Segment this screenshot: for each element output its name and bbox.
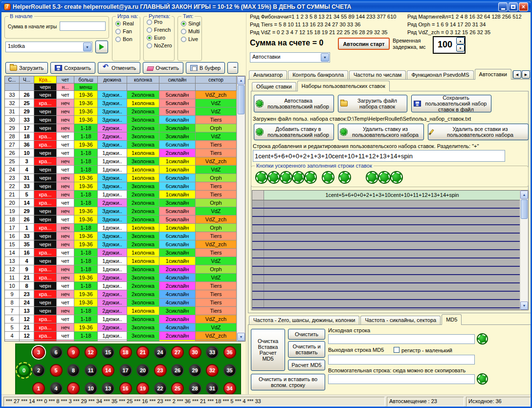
- roulette-number-17[interactable]: 17: [119, 364, 132, 377]
- main-tab-1[interactable]: Контроль банкролла: [288, 70, 348, 80]
- roulette-number-24[interactable]: 24: [154, 346, 167, 359]
- md5-calc-button[interactable]: Расчет MD5: [288, 360, 325, 370]
- md5-output-input[interactable]: [328, 355, 475, 365]
- roulette-number-30[interactable]: 30: [189, 346, 201, 359]
- radio-live[interactable]: Live: [181, 36, 201, 42]
- table-row[interactable]: 2917черннеч1-182дюжи..2колонка3сиклайнOr…: [5, 124, 245, 132]
- bet-list-scrollbar[interactable]: ▲ ▼: [520, 191, 528, 310]
- table-row[interactable]: 3033черннеч19-36Здюжи..3колонка6сиклайнT…: [5, 116, 245, 124]
- radio-singl[interactable]: Singl: [181, 21, 201, 26]
- table-row[interactable]: 1929черннеч19-36Здюжи..2колонка5сиклайнV…: [5, 207, 245, 215]
- clear-button[interactable]: Очистить: [143, 62, 183, 74]
- table-row[interactable]: 171кра...неч1-181дюжи..1колонка1сиклайнO…: [5, 224, 245, 232]
- slot-combo[interactable]: 1slotka ▼: [5, 42, 92, 52]
- roulette-number-5[interactable]: 5: [50, 364, 63, 377]
- md5-source-input[interactable]: [328, 334, 475, 344]
- table-row[interactable]: 1121кра...неч19-362дюжи..3колонка4сиклай…: [5, 274, 245, 282]
- lowercase-checkbox[interactable]: [394, 347, 399, 353]
- roulette-number-26[interactable]: 26: [171, 364, 184, 377]
- delay-down-button[interactable]: ▼: [456, 44, 465, 52]
- roulette-number-21[interactable]: 21: [136, 346, 149, 359]
- radio-bon[interactable]: Bon: [115, 36, 140, 42]
- table-row[interactable]: 412кра...чет1-181дюжи..3колонка2сиклайнV…: [5, 332, 245, 340]
- tabs-scroll-left-icon[interactable]: ◀: [513, 70, 521, 79]
- table-row[interactable]: 3326чернчет19-36Здюжи..2колонка5сиклайнV…: [5, 91, 245, 99]
- table-row[interactable]: 2233черннеч19-36Здюжи..3колонка6сиклайнT…: [5, 182, 245, 191]
- load-button[interactable]: Загрузить: [5, 62, 48, 74]
- roulette-number-22[interactable]: 22: [154, 382, 167, 395]
- roulette-number-12[interactable]: 12: [85, 346, 97, 359]
- autospin-start-button[interactable]: Автоспин старт: [338, 38, 390, 50]
- tabs-scroll-right-icon[interactable]: ▶: [522, 70, 530, 79]
- radio-fan[interactable]: Fan: [115, 28, 140, 34]
- main-tab-2[interactable]: Частоты по числам: [349, 70, 406, 80]
- md5-aux-input[interactable]: [328, 374, 475, 384]
- roulette-number-15[interactable]: 15: [102, 346, 114, 359]
- load-bet-set-button[interactable]: Загрузить файл набора ставок: [338, 95, 407, 112]
- chip-button-8[interactable]: [367, 172, 377, 183]
- column-header[interactable]: сиклайн: [159, 76, 196, 84]
- roulette-number-31[interactable]: 31: [206, 382, 219, 395]
- undo-button[interactable]: Отменить: [98, 62, 140, 74]
- radio-euro[interactable]: Euro: [147, 35, 174, 41]
- table-row[interactable]: 2014кра...чет1-182дюжи..2колонка3сиклайн…: [5, 199, 245, 207]
- chip-button-10[interactable]: [391, 172, 402, 183]
- roulette-number-35[interactable]: 35: [223, 364, 236, 377]
- column-header[interactable]: Ч...: [20, 76, 34, 84]
- table-row[interactable]: 1416кра...чет1-182дюжи..1колонка3сиклайн…: [5, 249, 245, 257]
- table-row[interactable]: 134чернчет1-181дюжи..1колонка1сиклайнVdZ: [5, 257, 245, 265]
- radio-real[interactable]: Real: [115, 21, 140, 26]
- chevron-down-icon[interactable]: ▼: [321, 53, 329, 62]
- column-header[interactable]: сектор: [196, 76, 237, 84]
- table-row[interactable]: 253кра...неч1-181дюжи..3колонка1сиклайнV…: [5, 157, 245, 166]
- delay-up-button[interactable]: ▲: [456, 37, 465, 44]
- roulette-number-29[interactable]: 29: [189, 364, 201, 377]
- radio-nozero[interactable]: NoZero: [147, 43, 174, 48]
- table-row[interactable]: 1633черннеч19-36Здюжи..3колонка6сиклайнT…: [5, 232, 245, 240]
- scrollbar-thumb[interactable]: [521, 199, 528, 219]
- scroll-down-icon[interactable]: ▼: [237, 333, 245, 341]
- table-row[interactable]: 33кра...неч1-181дюжи..3колонка1сиклайнVd…: [5, 340, 245, 342]
- roulette-number-6[interactable]: 6: [50, 346, 63, 359]
- table-row[interactable]: 129кра...неч1-181дюжи..3колонка2сиклайнO…: [5, 265, 245, 274]
- table-row[interactable]: 2818кра...чет1-182дюжи..3колонка3сиклайн…: [5, 132, 245, 141]
- maximize-button[interactable]: [509, 2, 518, 11]
- copy-buffer-button[interactable]: В буфер: [186, 62, 225, 74]
- md5-source-chip-button[interactable]: [478, 334, 487, 344]
- md5-main-button[interactable]: Очистка Вставка Расчет MD5: [251, 329, 285, 371]
- autobets-combo[interactable]: Автоставки ▼: [250, 52, 330, 63]
- roulette-number-3[interactable]: 3: [32, 346, 45, 359]
- delay-value[interactable]: 100: [434, 37, 456, 53]
- chip-button-6[interactable]: [323, 172, 333, 183]
- roulette-number-11[interactable]: 11: [85, 364, 97, 377]
- chip-button-7[interactable]: [339, 172, 350, 183]
- play-button[interactable]: [95, 41, 108, 53]
- collapse-button[interactable]: [227, 62, 238, 74]
- roulette-number-2[interactable]: 2: [32, 364, 45, 377]
- roulette-number-19[interactable]: 19: [136, 382, 149, 395]
- roulette-number-27[interactable]: 27: [171, 346, 184, 359]
- scrollbar-thumb[interactable]: [238, 85, 244, 114]
- column-header[interactable]: колонка: [127, 76, 159, 84]
- roulette-number-7[interactable]: 7: [67, 382, 80, 395]
- table-row[interactable]: 1826чернчет19-36Здюжи..2колонка5сиклайнV…: [5, 215, 245, 224]
- table-scrollbar[interactable]: ▲ ▼: [237, 76, 245, 341]
- roulette-number-18[interactable]: 18: [119, 346, 132, 359]
- md5-clear-button[interactable]: Очистить: [288, 329, 325, 340]
- roulette-number-33[interactable]: 33: [206, 346, 219, 359]
- roulette-number-4[interactable]: 4: [50, 382, 63, 395]
- column-header[interactable]: С...: [5, 76, 20, 84]
- roulette-number-10[interactable]: 10: [85, 382, 97, 395]
- delete-bet-button[interactable]: Удалить ставку из пользовательского набо…: [338, 124, 424, 140]
- chip-button-3[interactable]: [281, 172, 291, 183]
- md5-clear-paste-aux-button[interactable]: Очистить и вставить во вспом. строку: [251, 374, 325, 390]
- radio-french[interactable]: French: [147, 27, 174, 33]
- roulette-number-16[interactable]: 16: [119, 382, 132, 395]
- roulette-number-23[interactable]: 23: [154, 364, 167, 377]
- table-row[interactable]: 824чернчет19-362дюжи..3колонка4сиклайнTi…: [5, 299, 245, 307]
- md5-clear-paste-button[interactable]: Очистить и вставить: [288, 341, 325, 358]
- radio-pro[interactable]: Pro: [147, 19, 174, 25]
- save-button[interactable]: Сохранить: [50, 62, 95, 74]
- chip-button-9[interactable]: [379, 172, 390, 183]
- roulette-number-32[interactable]: 32: [206, 364, 219, 377]
